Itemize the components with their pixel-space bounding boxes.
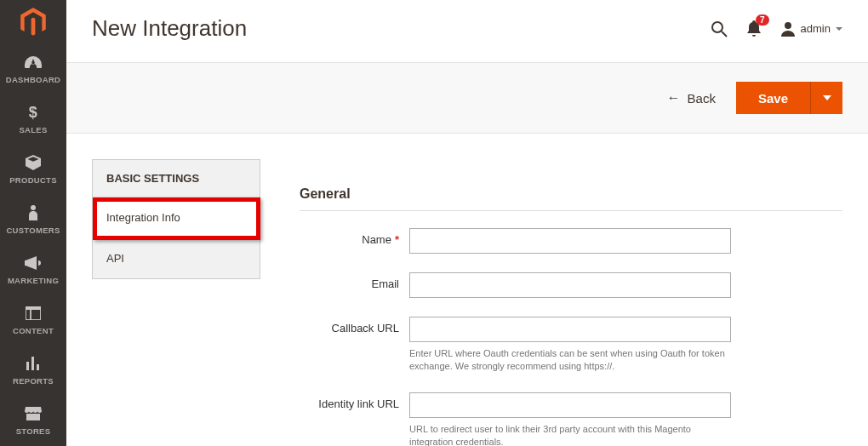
tab-integration-info[interactable]: Integration Info: [93, 197, 260, 238]
nav-label: CONTENT: [13, 326, 54, 335]
nav-dashboard[interactable]: DASHBOARD: [0, 44, 66, 94]
svg-point-9: [712, 22, 722, 32]
callback-url-hint: Enter URL where Oauth credentials can be…: [409, 347, 731, 374]
nav-products[interactable]: PRODUCTS: [0, 145, 66, 195]
back-label: Back: [688, 91, 716, 106]
section-title: General: [300, 186, 842, 202]
svg-rect-6: [26, 362, 29, 370]
nav-label: REPORTS: [13, 376, 54, 386]
user-icon: [780, 21, 796, 37]
megaphone-icon: [25, 254, 42, 272]
arrow-left-icon: ←: [667, 91, 681, 105]
back-button[interactable]: ← Back: [667, 91, 716, 106]
nav-content[interactable]: CONTENT: [0, 295, 66, 346]
nav-label: SALES: [19, 125, 47, 134]
name-label: Name*: [300, 228, 409, 248]
chevron-down-icon: [823, 95, 831, 100]
callback-url-input[interactable]: [409, 317, 731, 342]
identity-url-label: Identity link URL: [300, 392, 409, 412]
nav-sales[interactable]: $ SALES: [0, 94, 66, 145]
svg-point-11: [785, 22, 791, 29]
storefront-icon: [25, 404, 42, 423]
settings-panel-header: BASIC SETTINGS: [93, 160, 260, 197]
chevron-down-icon: [836, 27, 842, 31]
notifications-icon[interactable]: 7: [746, 20, 762, 37]
svg-line-10: [722, 31, 727, 37]
save-button[interactable]: Save: [736, 82, 810, 114]
identity-url-hint: URL to redirect user to link their 3rd p…: [409, 423, 731, 446]
dollar-icon: $: [28, 103, 38, 122]
svg-rect-8: [37, 364, 39, 370]
action-bar: ← Back Save: [66, 62, 868, 134]
section-divider: [300, 210, 842, 211]
account-menu[interactable]: admin: [780, 21, 842, 37]
svg-rect-3: [26, 306, 41, 310]
settings-panel: BASIC SETTINGS Integration Info API: [92, 159, 260, 279]
page-title: New Integration: [92, 15, 247, 42]
search-icon[interactable]: [711, 20, 728, 37]
nav-label: PRODUCTS: [9, 175, 57, 185]
magento-logo[interactable]: [0, 0, 66, 44]
email-input[interactable]: [409, 272, 731, 298]
admin-nav: DASHBOARD $ SALES PRODUCTS CUSTOMERS MAR…: [0, 0, 66, 446]
nav-marketing[interactable]: MARKETING: [0, 245, 66, 295]
svg-point-1: [31, 205, 36, 210]
nav-label: DASHBOARD: [6, 75, 60, 84]
email-label: Email: [300, 272, 409, 292]
person-icon: [28, 203, 38, 222]
notification-badge: 7: [756, 14, 769, 26]
gauge-icon: [25, 53, 42, 71]
name-input[interactable]: [409, 228, 731, 254]
nav-customers[interactable]: CUSTOMERS: [0, 195, 66, 245]
tab-api[interactable]: API: [93, 238, 260, 278]
bars-icon: [26, 354, 41, 373]
nav-stores[interactable]: STORES: [0, 396, 66, 446]
callback-url-label: Callback URL: [300, 317, 409, 336]
layout-icon: [26, 304, 41, 323]
save-dropdown-button[interactable]: [810, 82, 842, 114]
admin-name: admin: [801, 22, 831, 35]
svg-rect-7: [31, 357, 34, 370]
nav-label: STORES: [16, 426, 51, 436]
nav-label: CUSTOMERS: [6, 226, 60, 235]
svg-text:$: $: [29, 104, 37, 121]
nav-reports[interactable]: REPORTS: [0, 346, 66, 396]
identity-url-input[interactable]: [409, 392, 731, 418]
nav-label: MARKETING: [8, 276, 59, 285]
box-icon: [26, 153, 41, 172]
